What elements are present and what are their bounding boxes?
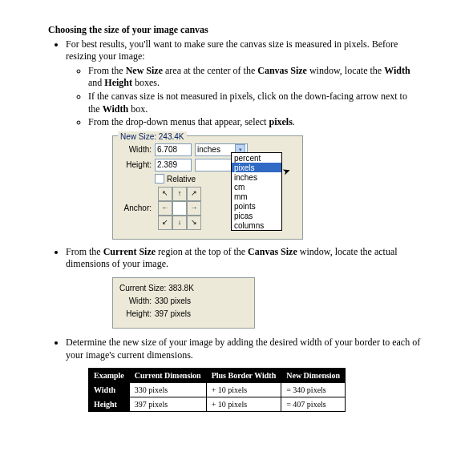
new-size-legend: New Size: 243.4K — [118, 131, 187, 142]
current-size-legend: Current Size: 383.8K — [119, 284, 194, 292]
bullet-3: Determine the new size of your image by … — [66, 337, 421, 361]
height-input[interactable]: 2.389 — [155, 159, 192, 171]
section-title: Choosing the size of your image canvas — [48, 24, 421, 37]
dd-option-percent[interactable]: percent — [232, 153, 281, 163]
cs-width-label: Width: — [119, 296, 152, 306]
width-label: Width: — [119, 144, 152, 155]
width-input[interactable]: 6.708 — [155, 143, 192, 156]
cs-height-value: 397 pixels — [155, 309, 191, 319]
table-row: Height 397 pixels + 10 pixels = 407 pixe… — [89, 397, 346, 412]
unit-dropdown-list[interactable]: percent pixels inches cm mm points picas… — [231, 152, 282, 231]
height-label: Height: — [119, 159, 152, 170]
table-row: Width 330 pixels + 10 pixels = 340 pixel… — [89, 383, 346, 397]
th-new: New Dimension — [281, 369, 346, 383]
bullet-1: For best results, you'll want to make su… — [66, 38, 421, 129]
dd-option-cm[interactable]: cm — [232, 182, 281, 192]
relative-checkbox[interactable] — [155, 174, 164, 184]
dd-option-mm[interactable]: mm — [232, 192, 281, 201]
sub-1b: If the canvas size is not measured in pi… — [88, 91, 421, 115]
th-example: Example — [89, 369, 130, 383]
dimension-table: Example Current Dimension Plus Border Wi… — [88, 368, 346, 412]
anchor-label: Anchor: — [119, 203, 152, 213]
bullet-2: From the Current Size region at the top … — [66, 246, 421, 271]
cs-height-label: Height: — [119, 309, 152, 319]
anchor-grid[interactable]: ↖↑↗ ←→ ↙↓↘ — [158, 187, 201, 230]
relative-label: Relative — [167, 174, 196, 184]
dd-option-points[interactable]: points — [232, 201, 281, 211]
cs-width-value: 330 pixels — [155, 296, 191, 306]
dd-option-columns[interactable]: columns — [232, 220, 281, 230]
new-size-panel: New Size: 243.4K Width: 6.708 inches▾ He… — [112, 135, 303, 240]
sub-1a: From the New Size area at the center of … — [88, 65, 421, 90]
th-current: Current Dimension — [129, 369, 206, 383]
dd-option-inches[interactable]: inches — [232, 172, 281, 182]
current-size-panel: Current Size: 383.8K Width:330 pixels He… — [112, 277, 255, 329]
dd-option-pixels[interactable]: pixels — [232, 163, 281, 172]
th-border: Plus Border Width — [206, 369, 281, 383]
sub-1c: From the drop-down menus that appear, se… — [88, 116, 421, 129]
dd-option-picas[interactable]: picas — [232, 211, 281, 220]
